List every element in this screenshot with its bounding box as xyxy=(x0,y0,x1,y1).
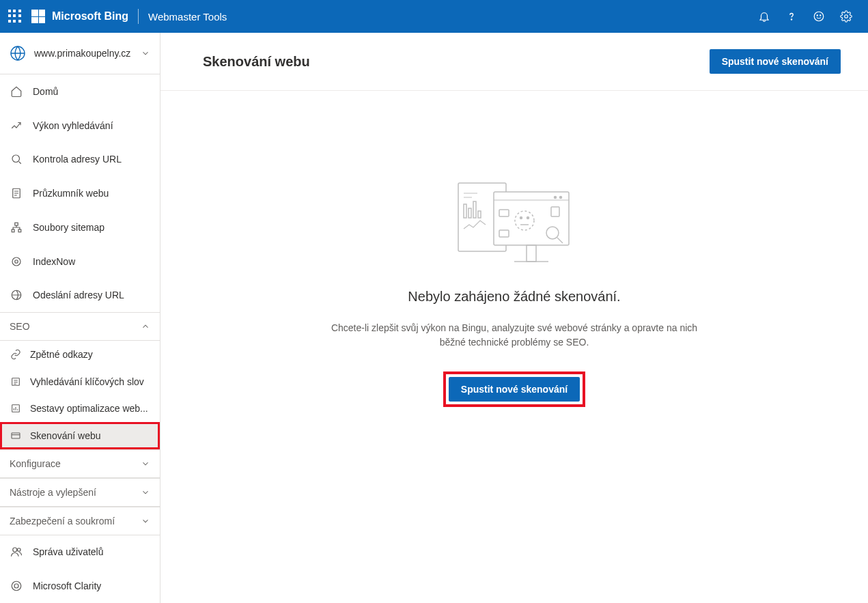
scan-icon xyxy=(10,430,22,442)
sidebar-item-label: Odeslání adresy URL xyxy=(33,290,124,300)
sidebar-item-search-performance[interactable]: Výkon vyhledávání xyxy=(0,109,160,143)
sidebar-item-sitemaps[interactable]: Soubory sitemap xyxy=(0,210,160,244)
section-label: Zabezpečení a soukromí xyxy=(10,516,141,527)
empty-state: Nebylo zahájeno žádné skenování. Chcete-… xyxy=(160,91,868,603)
empty-state-illustration xyxy=(446,173,583,268)
section-label: Nástroje a vylepšení xyxy=(10,487,141,498)
svg-point-17 xyxy=(13,548,17,552)
section-label: SEO xyxy=(10,321,141,332)
sidebar-section-zabezpeceni[interactable]: Zabezpečení a soukromí xyxy=(0,507,160,535)
sidebar-item-label: Průzkumník webu xyxy=(33,188,109,199)
sidebar-sub-label: Vyhledávání klíčových slov xyxy=(30,376,144,387)
gear-icon xyxy=(840,10,852,23)
sidebar-item-label: Výkon vyhledávání xyxy=(33,120,113,131)
brand-name: Microsoft Bing xyxy=(52,10,128,23)
chevron-down-icon xyxy=(141,516,150,526)
microsoft-logo-icon xyxy=(31,10,45,23)
report-icon xyxy=(10,402,22,415)
link-icon xyxy=(10,348,22,361)
svg-point-6 xyxy=(12,155,20,163)
question-icon xyxy=(785,10,798,23)
svg-rect-10 xyxy=(18,229,21,232)
feedback-button[interactable] xyxy=(805,0,832,33)
product-name: Webmaster Tools xyxy=(148,11,227,23)
empty-state-description: Chcete-li zlepšit svůj výkon na Bingu, a… xyxy=(323,321,705,350)
svg-point-0 xyxy=(791,19,792,20)
trend-icon xyxy=(10,119,23,132)
svg-point-28 xyxy=(560,197,562,199)
sitemap-icon xyxy=(10,221,23,234)
sidebar-item-user-management[interactable]: Správa uživatelů xyxy=(0,535,160,570)
chevron-down-icon xyxy=(141,488,150,497)
svg-point-11 xyxy=(15,260,18,263)
sidebar-sub-label: Sestavy optimalizace web... xyxy=(30,403,148,414)
page-title: Skenování webu xyxy=(203,54,710,70)
svg-rect-16 xyxy=(12,433,20,438)
globe-icon xyxy=(10,45,26,61)
svg-point-2 xyxy=(817,15,817,16)
sidebar-section-seo[interactable]: SEO xyxy=(0,312,160,341)
svg-rect-9 xyxy=(12,229,14,232)
sidebar-item-label: IndexNow xyxy=(33,256,75,267)
svg-point-18 xyxy=(18,548,21,552)
section-label: Konfigurace xyxy=(10,458,141,469)
sidebar-sub-site-scan[interactable]: Skenování webu xyxy=(0,422,160,449)
sidebar-section-nastroje[interactable]: Nástroje a vylepšení xyxy=(0,478,160,507)
smile-icon xyxy=(813,10,825,23)
chevron-down-icon xyxy=(141,459,150,468)
svg-point-31 xyxy=(527,217,529,219)
sidebar: www.primakoupelny.cz Domů Výkon vyhledáv… xyxy=(0,33,160,603)
sidebar-sub-label: Zpětné odkazy xyxy=(30,349,93,360)
svg-point-19 xyxy=(12,581,21,591)
start-scan-cta-button[interactable]: Spustit nové skenování xyxy=(449,377,580,402)
sidebar-item-site-explorer[interactable]: Průzkumník webu xyxy=(0,176,160,210)
svg-point-12 xyxy=(12,257,20,266)
svg-point-20 xyxy=(14,584,18,588)
svg-point-30 xyxy=(520,217,522,219)
svg-point-1 xyxy=(814,12,824,21)
cta-highlight-box: Spustit nové skenování xyxy=(446,374,583,404)
page-header: Skenování webu Spustit nové skenování xyxy=(160,33,868,91)
header-divider xyxy=(138,9,139,24)
notifications-button[interactable] xyxy=(751,0,778,33)
sidebar-item-url-submission[interactable]: Odeslání adresy URL xyxy=(0,278,160,312)
indexnow-icon xyxy=(10,255,23,268)
clarity-icon xyxy=(10,579,23,593)
svg-rect-8 xyxy=(15,223,18,225)
help-button[interactable] xyxy=(778,0,805,33)
home-icon xyxy=(10,85,23,98)
top-bar: Microsoft Bing Webmaster Tools xyxy=(0,0,868,33)
settings-button[interactable] xyxy=(832,0,860,33)
sidebar-item-home[interactable]: Domů xyxy=(0,74,160,109)
list-icon xyxy=(10,376,22,388)
globe-upload-icon xyxy=(10,288,23,302)
svg-point-4 xyxy=(845,15,848,18)
users-icon xyxy=(10,545,23,559)
bell-icon xyxy=(758,10,770,23)
sidebar-sub-label: Skenování webu xyxy=(30,430,101,441)
sidebar-item-label: Kontrola adresy URL xyxy=(33,154,122,165)
sidebar-section-konfigurace[interactable]: Konfigurace xyxy=(0,449,160,478)
main-content: Skenování webu Spustit nové skenování xyxy=(160,33,868,603)
svg-point-27 xyxy=(555,197,557,199)
empty-state-title: Nebylo zahájeno žádné skenování. xyxy=(408,289,620,305)
sidebar-sub-backlinks[interactable]: Zpětné odkazy xyxy=(0,341,160,368)
sidebar-item-label: Microsoft Clarity xyxy=(33,580,101,591)
sidebar-item-url-inspection[interactable]: Kontrola adresy URL xyxy=(0,142,160,176)
sidebar-sub-keyword-research[interactable]: Vyhledávání klíčových slov xyxy=(0,368,160,395)
svg-rect-36 xyxy=(527,245,536,262)
sidebar-item-label: Soubory sitemap xyxy=(33,222,104,233)
sidebar-item-clarity[interactable]: Microsoft Clarity xyxy=(0,569,160,603)
sidebar-sub-seo-reports[interactable]: Sestavy optimalizace web... xyxy=(0,395,160,423)
chevron-down-icon xyxy=(141,48,150,58)
document-icon xyxy=(10,186,23,200)
sidebar-item-label: Správa uživatelů xyxy=(33,546,104,557)
sidebar-item-indexnow[interactable]: IndexNow xyxy=(0,244,160,279)
site-name: www.primakoupelny.cz xyxy=(34,48,141,59)
start-scan-header-button[interactable]: Spustit nové skenování xyxy=(710,49,841,74)
sidebar-item-label: Domů xyxy=(33,86,58,97)
svg-point-3 xyxy=(820,15,821,16)
search-icon xyxy=(10,152,23,166)
site-selector[interactable]: www.primakoupelny.cz xyxy=(0,33,160,74)
app-launcher-icon[interactable] xyxy=(8,10,22,23)
